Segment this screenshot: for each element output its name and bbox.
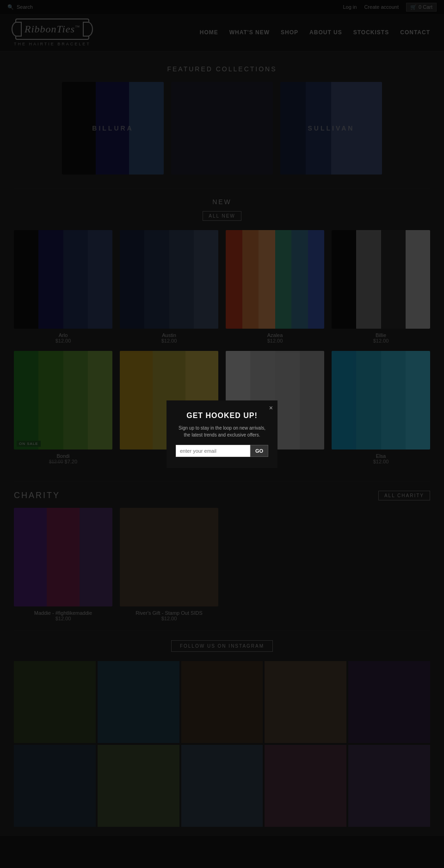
popup-close-button[interactable]: ×: [269, 404, 273, 412]
popup-overlay[interactable]: × GET HOOKED UP! Sign up to stay in the …: [0, 0, 444, 836]
popup-title: GET HOOKED UP!: [176, 412, 268, 420]
popup-form: GO: [176, 445, 268, 457]
popup-subtitle: Sign up to stay in the loop on new arriv…: [176, 425, 268, 438]
popup-go-button[interactable]: GO: [250, 445, 268, 457]
popup: × GET HOOKED UP! Sign up to stay in the …: [166, 400, 278, 468]
popup-email-input[interactable]: [176, 445, 250, 457]
